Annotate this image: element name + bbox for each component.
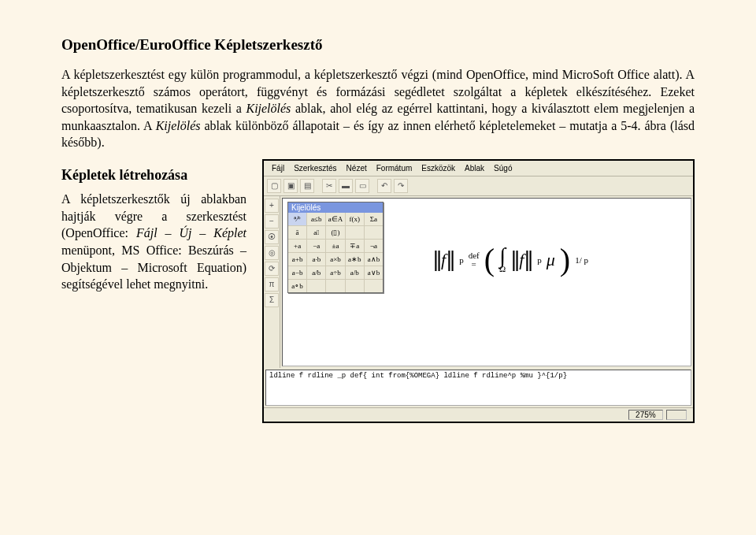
formula-eq: = — [472, 260, 476, 269]
palette-cell[interactable] — [326, 280, 345, 292]
palette-cell[interactable]: a+b — [288, 253, 307, 266]
formula-exp: 1/ p — [575, 255, 588, 265]
toolbar: ▢ ▣ ▤ ✂ ▬ ▭ ↶ ↷ — [264, 176, 693, 196]
zoom-100-icon[interactable]: ⦿ — [265, 230, 279, 244]
palette-title: Kijelölés — [288, 202, 383, 213]
left-text: menüpont, MS Office: Beszúrás – Objektum… — [61, 243, 246, 291]
menu-tools[interactable]: Eszközök — [417, 163, 459, 173]
toolbar-redo-icon[interactable]: ↷ — [394, 179, 408, 193]
sigma-icon[interactable]: Σ — [265, 293, 279, 307]
palette-cell[interactable] — [346, 226, 365, 239]
palette-cell[interactable]: a×b — [326, 253, 345, 266]
formula-canvas[interactable]: Kijelölés ᵃ⁄ᵇ a≤b a∈A f(x) Σa ā aͫ (▯) — [282, 198, 691, 366]
toolbar-copy-icon[interactable]: ▬ — [339, 179, 353, 193]
palette-cell[interactable]: a÷b — [326, 266, 345, 279]
palette-cell[interactable] — [365, 280, 383, 292]
menu-format[interactable]: Formátum — [372, 163, 417, 173]
toolbar-separator — [317, 180, 320, 192]
page-title: OpenOffice/EuroOffice Képletszerkesztő — [61, 36, 695, 54]
selection-palette[interactable]: Kijelölés ᵃ⁄ᵇ a≤b a∈A f(x) Σa ā aͫ (▯) — [287, 202, 384, 293]
palette-cell[interactable] — [346, 280, 365, 292]
term-kijeloles-2: Kijelölés — [156, 119, 201, 132]
workspace: + − ⦿ ◎ ⟳ π Σ Kijelölés ᵃ⁄ᵇ a≤b a∈A f(x)… — [264, 196, 693, 368]
palette-cell[interactable]: ¬a — [365, 240, 383, 252]
palette-cell[interactable]: ∓a — [346, 240, 365, 252]
palette-cell[interactable]: a∘b — [288, 280, 307, 292]
toolbar-open-icon[interactable]: ▣ — [284, 179, 298, 193]
palette-cell[interactable]: Σa — [365, 213, 383, 225]
menu-path: Fájl – Új – Képlet — [136, 226, 246, 240]
toolbar-save-icon[interactable]: ▤ — [300, 179, 314, 193]
rendered-formula: ‖f‖p def= ( ∫ Ω ‖f‖p μ ) 1/ p — [432, 246, 588, 273]
palette-cell[interactable]: a/b — [307, 266, 326, 279]
palette-cell[interactable]: ᵃ⁄ᵇ — [288, 213, 307, 225]
zoom-level[interactable]: 275% — [628, 410, 663, 420]
palette-cell[interactable]: +a — [288, 240, 307, 252]
formula-def: def — [469, 251, 480, 260]
menu-view[interactable]: Nézet — [343, 163, 371, 173]
formula-editor-window: Fájl Szerkesztés Nézet Formátum Eszközök… — [262, 159, 695, 423]
formula-sup-p: p — [537, 255, 542, 265]
formula-omega: Ω — [499, 266, 506, 273]
zoom-in-icon[interactable]: + — [265, 199, 279, 213]
menu-window[interactable]: Ablak — [461, 163, 488, 173]
formula-sub-p: p — [459, 255, 464, 265]
palette-cell[interactable]: a≤b — [307, 213, 326, 225]
palette-cell[interactable]: (▯) — [326, 226, 345, 239]
palette-cell[interactable]: a/b — [346, 266, 365, 279]
palette-cell[interactable]: ā — [288, 226, 307, 239]
palette-cell[interactable]: f(x) — [346, 213, 365, 225]
palette-cell[interactable] — [307, 280, 326, 292]
toolbar-new-icon[interactable]: ▢ — [267, 179, 281, 193]
menu-file[interactable]: Fájl — [268, 163, 288, 173]
palette-cell[interactable]: a∨b — [365, 266, 383, 279]
menu-help[interactable]: Súgó — [490, 163, 516, 173]
command-input[interactable]: ldline f rdline _p def{ int from{%OMEGA}… — [265, 370, 691, 406]
toolbar-paste-icon[interactable]: ▭ — [355, 179, 369, 193]
status-slot — [666, 410, 687, 420]
left-paragraph: A képletszerkesztők új ablakban hajtják … — [61, 191, 246, 293]
palette-cell[interactable]: a∧b — [365, 253, 383, 266]
formula-mu: μ — [547, 250, 555, 270]
symbols-icon[interactable]: π — [265, 277, 279, 292]
intro-paragraph: A képletszerkesztést egy külön programmo… — [61, 66, 695, 151]
zoom-fit-icon[interactable]: ◎ — [265, 246, 279, 260]
toolbar-cut-icon[interactable]: ✂ — [322, 179, 336, 193]
subheading: Képletek létrehozása — [61, 165, 246, 184]
side-toolbar: + − ⦿ ◎ ⟳ π Σ — [264, 196, 280, 368]
term-kijeloles-1: Kijelölés — [246, 102, 291, 115]
palette-cell[interactable]: aͫ — [307, 226, 326, 239]
menu-bar: Fájl Szerkesztés Nézet Formátum Eszközök… — [264, 161, 693, 176]
integral-icon: ∫ — [499, 246, 506, 266]
palette-cell[interactable]: a·b — [307, 253, 326, 266]
toolbar-undo-icon[interactable]: ↶ — [377, 179, 391, 193]
palette-cell[interactable]: −a — [307, 240, 326, 252]
toolbar-separator — [372, 180, 375, 192]
zoom-out-icon[interactable]: − — [265, 214, 279, 228]
refresh-icon[interactable]: ⟳ — [265, 262, 279, 276]
palette-cell[interactable] — [365, 226, 383, 239]
status-bar: 275% — [264, 407, 693, 422]
palette-cell[interactable]: ±a — [326, 240, 345, 252]
palette-cell[interactable]: a∈A — [326, 213, 345, 225]
menu-edit[interactable]: Szerkesztés — [290, 163, 340, 173]
palette-cell[interactable]: a−b — [288, 266, 307, 279]
palette-cell[interactable]: a∗b — [346, 253, 365, 266]
